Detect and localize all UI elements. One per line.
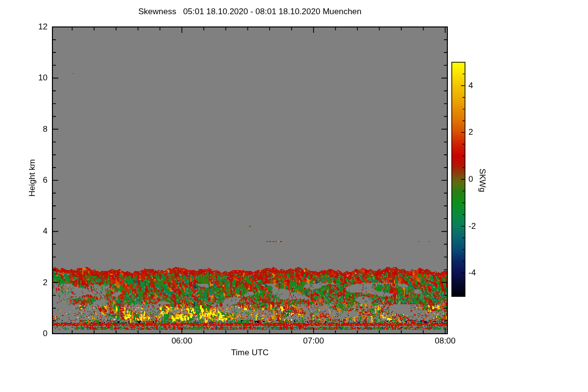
y-tick-label-2: 2	[26, 278, 48, 288]
x-tick-label-08:00: 08:00	[425, 336, 466, 346]
y-tick-label-4: 4	[26, 226, 48, 236]
x-tick-label-07:00: 07:00	[293, 336, 334, 346]
colorbar-tick-label--4: -4	[468, 268, 490, 278]
x-tick-label-06:00: 06:00	[161, 336, 202, 346]
x-axis-label: Time UTC	[54, 348, 446, 358]
time-height-heatmap-canvas	[0, 0, 588, 392]
plot-title: Skewness 05:01 18.10.2020 - 08:01 18.10.…	[29, 7, 470, 17]
colorbar-tick-label-4: 4	[468, 81, 490, 91]
colorbar-tick-label-0: 0	[468, 174, 490, 184]
colorbar-tick-label-2: 2	[468, 127, 490, 137]
y-tick-label-8: 8	[26, 124, 48, 134]
skewness-quicklook-figure: Skewness 05:01 18.10.2020 - 08:01 18.10.…	[0, 0, 588, 392]
y-tick-label-12: 12	[26, 22, 48, 32]
y-tick-label-0: 0	[26, 329, 48, 339]
y-tick-label-10: 10	[26, 73, 48, 83]
y-tick-label-6: 6	[26, 175, 48, 185]
colorbar-tick-label--2: -2	[468, 221, 490, 231]
